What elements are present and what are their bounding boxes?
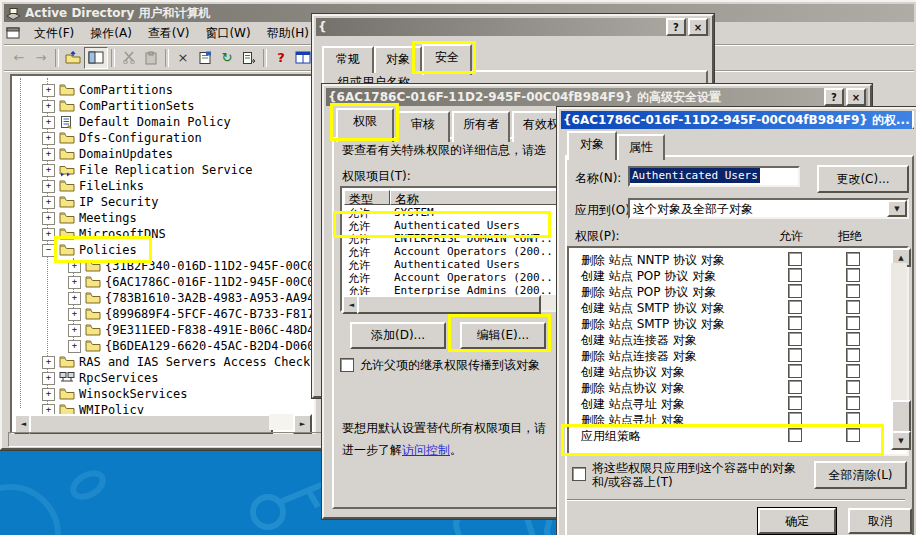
- tree-item-label[interactable]: RAS and IAS Servers Access Check: [79, 355, 310, 369]
- permission-row[interactable]: 应用组策略: [571, 427, 883, 443]
- permissions-list[interactable]: 删除 站点 NNTP 协议 对象创建 站点 POP 协议 对象删除 站点 POP…: [567, 246, 909, 456]
- cut-icon[interactable]: [118, 48, 140, 68]
- scroll-thumb[interactable]: [357, 295, 541, 314]
- menu-item-file[interactable]: 文件(F): [26, 23, 82, 44]
- deny-checkbox[interactable]: [846, 380, 860, 394]
- properties-icon[interactable]: [194, 48, 216, 68]
- permission-row[interactable]: 创建 站点 SMTP 协议 对象: [571, 299, 883, 315]
- tree-item-label[interactable]: {31B2F340-016D-11D2-945F-00C04FB98: [105, 259, 312, 273]
- permission-row[interactable]: 创建 站点 POP 协议 对象: [571, 267, 883, 283]
- allow-checkbox[interactable]: [788, 284, 802, 298]
- tree-item[interactable]: +IP Security: [14, 194, 312, 210]
- expand-toggle[interactable]: +: [68, 308, 81, 321]
- deny-checkbox[interactable]: [846, 396, 860, 410]
- delete-icon[interactable]: ×: [172, 48, 194, 68]
- expand-toggle[interactable]: +: [42, 388, 55, 401]
- tree-item-label[interactable]: FileLinks: [79, 179, 144, 193]
- tree-item[interactable]: +{31B2F340-016D-11D2-945F-00C04FB98: [14, 258, 312, 274]
- tree-item-label[interactable]: Dfs-Configuration: [79, 131, 202, 145]
- apply-scope-label[interactable]: 将这些权限只应用到这个容器中的对象 和/或容器上(T): [592, 461, 796, 489]
- tab-owner[interactable]: 所有者: [452, 111, 510, 142]
- tree-item[interactable]: +{899689F4-5FCF-467C-B733-F817C6793: [14, 306, 312, 322]
- tree-item-label[interactable]: Meetings: [79, 211, 137, 225]
- tree-item-label[interactable]: {9E311EED-F838-491E-B06C-48D4150DC: [105, 323, 312, 337]
- allow-checkbox[interactable]: [788, 316, 802, 330]
- tab-permissions[interactable]: 权限: [336, 108, 394, 142]
- tree-item-label[interactable]: {6AC1786C-016F-11D2-945F-00C04fB98: [105, 275, 312, 289]
- expand-toggle[interactable]: +: [68, 276, 81, 289]
- permission-row[interactable]: 删除 站点 POP 协议 对象: [571, 283, 883, 299]
- apply-scope-checkbox[interactable]: [572, 467, 586, 481]
- tree-horizontal-scrollbar[interactable]: ◄ ►: [14, 414, 312, 430]
- menu-item-window[interactable]: 窗口(W): [197, 23, 258, 44]
- expand-toggle[interactable]: +: [42, 164, 55, 177]
- tree-item[interactable]: +DomainUpdates: [14, 146, 312, 162]
- paste-icon[interactable]: [140, 48, 162, 68]
- deny-checkbox[interactable]: [846, 364, 860, 378]
- name-field[interactable]: Authenticated Users: [628, 166, 800, 187]
- deny-checkbox[interactable]: [846, 332, 860, 346]
- show-hide-tree-icon[interactable]: [84, 47, 108, 69]
- expand-toggle[interactable]: +: [42, 356, 55, 369]
- deny-checkbox[interactable]: [846, 428, 860, 442]
- tree-item-label[interactable]: {783B1610-3A2B-4983-A953-AA9422977: [105, 291, 312, 305]
- allow-checkbox[interactable]: [788, 412, 802, 426]
- permission-row[interactable]: 删除 站点 NNTP 协议 对象: [571, 251, 883, 267]
- entry-dialog-title-bar[interactable]: {6AC1786C-016F-11D2-945F-00C04fB984F9} 的…: [561, 111, 914, 129]
- advanced-dialog-title-bar[interactable]: {6AC1786C-016F-11D2-945F-00C04fB984F9} 的…: [326, 88, 868, 106]
- expand-toggle[interactable]: +: [68, 324, 81, 337]
- tree-item[interactable]: +RpcServices: [14, 370, 312, 386]
- deny-checkbox[interactable]: [846, 300, 860, 314]
- up-folder-icon[interactable]: [62, 48, 84, 68]
- column-header-type[interactable]: 类型: [344, 190, 390, 205]
- expand-toggle[interactable]: +: [68, 260, 81, 273]
- tree-item-label[interactable]: File Replication Service: [79, 163, 252, 177]
- change-button[interactable]: 更改(C)...: [817, 165, 909, 193]
- menu-item-help[interactable]: 帮助(H): [259, 23, 317, 44]
- tree-item-label[interactable]: {B6DEA129-6620-45AC-B2D4-D0608200: [105, 339, 312, 353]
- show-hide-panes-icon[interactable]: [292, 48, 314, 68]
- collapse-toggle[interactable]: −: [42, 244, 55, 257]
- clear-all-button[interactable]: 全部清除(L): [814, 461, 907, 489]
- allow-checkbox[interactable]: [788, 428, 802, 442]
- tree-item[interactable]: +MicrosoftDNS: [14, 226, 312, 242]
- tree-item[interactable]: +{9E311EED-F838-491E-B06C-48D4150DC: [14, 322, 312, 338]
- deny-checkbox[interactable]: [846, 348, 860, 362]
- tree-item[interactable]: +FileLinks: [14, 178, 312, 194]
- inherit-permissions-checkbox[interactable]: [340, 358, 354, 372]
- add-button[interactable]: 添加(D)...: [350, 322, 446, 349]
- scroll-right-button[interactable]: ►: [293, 414, 312, 434]
- help-title-button[interactable]: ?: [912, 111, 914, 129]
- permission-row[interactable]: 删除 站点寻址 对象: [571, 411, 883, 427]
- apply-to-dropdown[interactable]: 这个对象及全部子对象 ▼: [628, 198, 909, 219]
- menu-item-view[interactable]: 查看(V): [140, 23, 198, 44]
- tree-item-label[interactable]: MicrosoftDNS: [79, 227, 166, 241]
- dropdown-arrow-button[interactable]: ▼: [887, 200, 907, 217]
- permission-row[interactable]: 删除 站点协议 对象: [571, 379, 883, 395]
- deny-checkbox[interactable]: [846, 268, 860, 282]
- permission-row[interactable]: 删除 站点 SMTP 协议 对象: [571, 315, 883, 331]
- allow-checkbox[interactable]: [788, 396, 802, 410]
- export-list-icon[interactable]: [238, 48, 260, 68]
- expand-toggle[interactable]: +: [42, 180, 55, 193]
- expand-toggle[interactable]: +: [42, 196, 55, 209]
- expand-toggle[interactable]: +: [42, 116, 55, 129]
- permission-row[interactable]: 删除 站点连接器 对象: [571, 347, 883, 363]
- forward-icon[interactable]: →: [30, 48, 52, 68]
- tree-item-label[interactable]: Policies: [79, 243, 137, 257]
- inherit-permissions-label[interactable]: 允许父项的继承权限传播到该对象: [360, 357, 540, 374]
- menu-item-action[interactable]: 操作(A): [82, 23, 140, 44]
- expand-toggle[interactable]: +: [68, 340, 81, 353]
- scroll-thumb[interactable]: [29, 414, 273, 434]
- tree-item[interactable]: +{783B1610-3A2B-4983-A953-AA9422977: [14, 290, 312, 306]
- allow-checkbox[interactable]: [788, 332, 802, 346]
- properties-dialog-title-bar[interactable]: { ? ×: [316, 18, 710, 36]
- expand-toggle[interactable]: +: [68, 292, 81, 305]
- permission-row[interactable]: 创建 站点连接器 对象: [571, 331, 883, 347]
- permission-row[interactable]: 创建 站点寻址 对象: [571, 395, 883, 411]
- tree-item[interactable]: +ComPartitionSets: [14, 98, 312, 114]
- tree-item-label[interactable]: WinsockServices: [79, 387, 187, 401]
- tab-object[interactable]: 对象: [374, 46, 422, 73]
- tree-item[interactable]: +WinsockServices: [14, 386, 312, 402]
- help-icon[interactable]: ?: [270, 48, 292, 68]
